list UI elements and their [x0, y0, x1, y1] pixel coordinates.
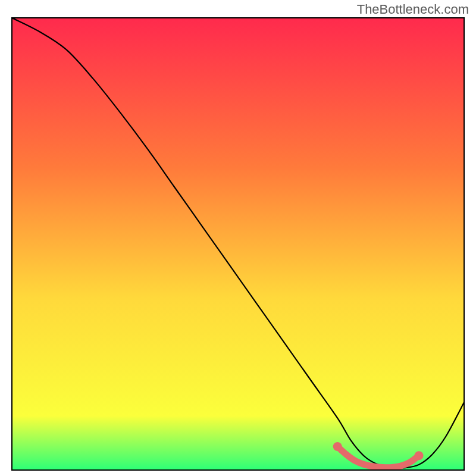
highlight-marker-dot [415, 451, 424, 460]
attribution-text: TheBottleneck.com [357, 2, 469, 17]
gradient-background [12, 18, 464, 470]
chart-container: { "attribution": "TheBottleneck.com", "c… [0, 0, 476, 476]
bottleneck-plot [0, 0, 476, 476]
highlight-marker-dot [333, 442, 342, 451]
